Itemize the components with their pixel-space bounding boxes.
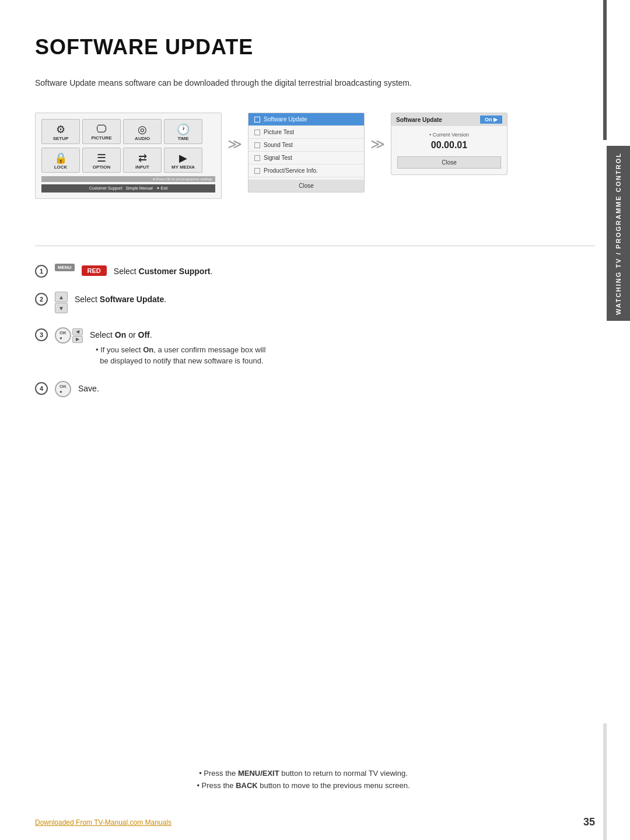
tv-menu-box: ⚙ SETUP 🖵 PICTURE ◎ AUDIO 🕐 TIME [35,113,222,199]
step-1-number: 1 [35,265,48,278]
menu-icon-mymedia: ▶ MY MEDIA [164,148,202,173]
submenu-icon-product-service [254,168,260,174]
settings-title: Software Update [396,117,442,123]
settings-on-button[interactable]: On ▶ [480,116,502,124]
step-3-text: Select On or Off. • If you select On, a … [90,327,265,366]
description: Software Update means software can be do… [35,77,554,89]
step-2-text: Select Software Update. [75,292,166,306]
submenu-box: Software Update Picture Test Sound Test … [248,113,365,192]
settings-body: • Current Version 00.00.01 Close [391,126,507,174]
menu-icon-setup: ⚙ SETUP [41,119,80,144]
submenu-picture-test: Picture Test [249,126,364,139]
submenu-label-sound-test: Sound Test [264,142,293,148]
steps-section: 1 MENU RED Select Customer Support. 2 ▲ … [0,264,630,397]
audio-label: AUDIO [135,136,150,141]
picture-label: PICTURE [91,135,111,141]
mymedia-label: MY MEDIA [172,164,195,170]
submenu-label-product-service: Product/Service Info. [264,167,318,174]
menu-icon-picture: 🖵 PICTURE [82,119,121,144]
screenshots-row: ⚙ SETUP 🖵 PICTURE ◎ AUDIO 🕐 TIME [35,113,554,199]
input-icon: ⇄ [138,152,147,164]
step-1-text: Select Customer Support. [114,264,213,278]
submenu-software-update: Software Update [249,113,364,126]
step-4: 4 OK● Save. [35,381,595,397]
footer: Downloaded From TV-Manual.com Manuals 35 [0,816,630,828]
side-bar-top [603,0,607,140]
submenu-label-signal-test: Signal Test [264,155,292,161]
menu-icon-audio: ◎ AUDIO [123,119,162,144]
submenu-icon-sound-test [254,142,260,148]
settings-header: Software Update On ▶ [391,113,507,126]
submenu-icon-picture-test [254,130,260,135]
ok-cluster: OK● ◀ ▶ [55,327,83,344]
side-text-bar: WATCHING TV / PROGRAMME CONTROL [607,146,630,321]
version-number: 00.00.01 [397,140,501,150]
step-4-text: Save. [78,381,99,395]
bottom-note-1: • Press the MENU/EXIT button to return t… [35,769,572,778]
menu-icon-input: ⇄ INPUT [123,148,162,173]
lock-icon: 🔒 [54,152,67,164]
menu-icon-lock: 🔒 LOCK [41,148,80,173]
divider [35,246,595,246]
side-bar-bottom [603,723,607,840]
nav-down-arrow: ▼ [55,303,68,313]
lock-label: LOCK [54,164,68,170]
input-label: INPUT [135,164,149,170]
submenu-label-software-update: Software Update [264,116,307,123]
option-label: OPTION [93,164,111,170]
setup-label: SETUP [53,136,69,141]
menu-icon-option: ☰ OPTION [82,148,121,173]
right-arrow: ▶ [72,336,83,343]
nav-updown-button: ▲ ▼ [55,292,68,313]
bottom-note-2: • Press the BACK button to move to the p… [35,781,572,790]
setup-icon: ⚙ [56,123,65,136]
step-3: 3 OK● ◀ ▶ Select On or Off. • If you sel… [35,327,595,366]
left-arrow: ◀ [72,328,83,335]
step-1: 1 MENU RED Select Customer Support. [35,264,595,278]
time-icon: 🕐 [177,123,190,136]
current-version-label: • Current Version [397,132,501,138]
lr-arrows: ◀ ▶ [72,328,83,343]
arrow-2: ≫ [370,136,385,152]
audio-icon: ◎ [138,123,147,136]
menu-button: MENU [55,264,75,271]
ok-button: OK● [55,327,71,344]
step-2-number: 2 [35,293,48,306]
menu-top-row: ⚙ SETUP 🖵 PICTURE ◎ AUDIO 🕐 TIME [41,119,215,144]
menu-bottom-row: 🔒 LOCK ☰ OPTION ⇄ INPUT ▶ MY MEDIA [41,148,215,173]
mymedia-icon: ▶ [179,152,187,164]
submenu-label-picture-test: Picture Test [264,129,294,135]
main-content: SOFTWARE UPDATE Software Update means so… [0,0,589,240]
page-number: 35 [583,816,595,828]
step-2: 2 ▲ ▼ Select Software Update. [35,292,595,313]
submenu-signal-test: Signal Test [249,152,364,164]
step-3-sub-bullet: • If you select On, a user confirm messa… [90,344,265,367]
side-label: WATCHING TV / PROGRAMME CONTROL [615,152,622,315]
submenu-product-service: Product/Service Info. [249,164,364,177]
settings-box: Software Update On ▶ • Current Version 0… [391,113,508,175]
step-4-number: 4 [35,382,48,395]
red-button: RED [82,265,107,276]
menu-hint: ● Press OK to set programme settings [41,176,215,182]
option-icon: ☰ [97,152,106,164]
arrow-1: ≫ [228,136,242,152]
picture-icon: 🖵 [96,123,107,135]
time-label: TIME [177,136,188,141]
submenu-icon-software-update [254,117,260,123]
ok-button-2: OK● [55,381,71,397]
footer-link[interactable]: Downloaded From TV-Manual.com Manuals [35,818,172,827]
nav-up-arrow: ▲ [55,292,68,302]
bottom-notes: • Press the MENU/EXIT button to return t… [35,769,572,793]
menu-icon-time: 🕐 TIME [164,119,202,144]
submenu-sound-test: Sound Test [249,139,364,152]
submenu-icon-signal-test [254,155,260,161]
submenu-close-button[interactable]: Close [249,180,364,192]
step-3-number: 3 [35,328,48,341]
menu-bottom-bar: Customer Support Simple Manual ✦ Exit [41,184,215,192]
settings-close-button[interactable]: Close [397,156,501,169]
page-title: SOFTWARE UPDATE [35,35,554,60]
